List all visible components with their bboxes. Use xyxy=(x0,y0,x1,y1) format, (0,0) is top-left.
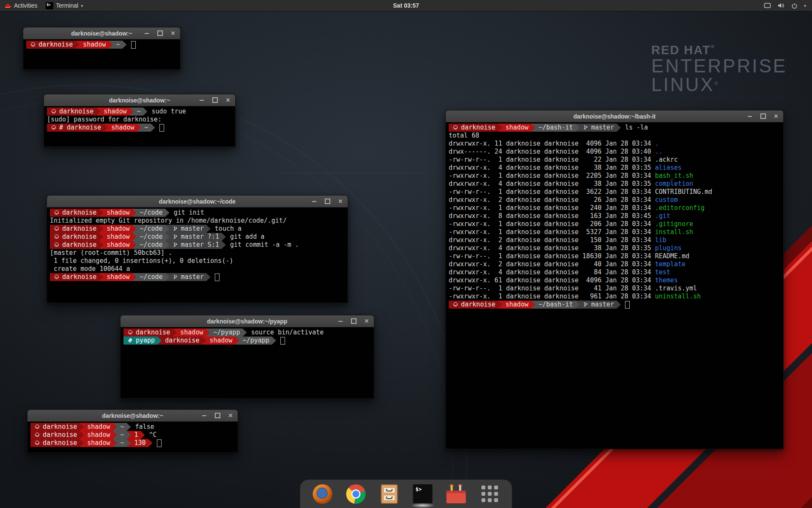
file-row: -rwxrwxr-x. 1 darknoise darknoise 206 Ja… xyxy=(449,220,783,228)
titlebar[interactable]: darknoise@shadow:~ ✕ xyxy=(27,410,238,422)
file-name: .git xyxy=(655,212,670,220)
branch-icon xyxy=(173,273,178,281)
prompt-segment-user: darknoise xyxy=(449,301,502,309)
prompt-segment-user: darknoise xyxy=(449,124,502,132)
prompt-segment-user: darknoise xyxy=(50,225,103,233)
maximize-button[interactable] xyxy=(324,199,330,204)
dock-item-files[interactable] xyxy=(379,483,400,505)
minimize-button[interactable] xyxy=(201,413,207,419)
minimize-button[interactable] xyxy=(199,97,205,103)
prompt-segment-text: ~/bash-it xyxy=(538,124,573,131)
command-text: git add a xyxy=(230,233,264,241)
command-text: false xyxy=(135,423,154,431)
dock-item-app-grid[interactable] xyxy=(479,483,500,505)
prompt-segment-text: 1 xyxy=(134,431,138,439)
file-attributes: -rwxrwxr-x. 1 darknoise darknoise 961 Ja… xyxy=(449,293,655,301)
dock-item-terminal[interactable]: $> xyxy=(412,483,433,505)
redhat-logo-icon xyxy=(4,2,11,9)
prompt-segment-text: shadow xyxy=(107,241,129,248)
file-attributes: drwxrwxr-x. 11 darknoise darknoise 4096 … xyxy=(449,140,655,148)
maximize-button[interactable] xyxy=(212,97,218,103)
terminal-content[interactable]: darknoiseshadow~/pyappsource bin/activat… xyxy=(121,327,374,398)
prompt-segment-text: darknoise xyxy=(136,329,170,336)
power-icon[interactable] xyxy=(791,3,798,9)
dock-item-chrome[interactable] xyxy=(346,483,367,505)
redhat-icon xyxy=(30,41,36,49)
volume-icon[interactable] xyxy=(777,3,785,8)
command-text: ls -la xyxy=(625,124,648,132)
close-button[interactable]: ✕ xyxy=(364,318,370,324)
minimize-button[interactable] xyxy=(311,199,317,204)
window-title: darknoise@shadow:~ xyxy=(102,412,163,419)
screen-icon[interactable] xyxy=(764,3,771,8)
maximize-button[interactable] xyxy=(760,113,766,119)
titlebar[interactable]: darknoise@shadow:~/code ✕ xyxy=(47,196,348,207)
terminal-content[interactable]: darknoiseshadow~/bash-itmasterls -latota… xyxy=(446,122,783,449)
prompt-line: darknoiseshadow~sudo true xyxy=(47,108,235,116)
maximize-button[interactable] xyxy=(157,30,163,36)
maximize-button[interactable] xyxy=(214,413,220,419)
file-attributes: drwx------. 24 darknoise darknoise 4096 … xyxy=(449,148,655,156)
prompt-segment-text: master xyxy=(591,124,614,131)
file-attributes: drwxrwxr-x. 4 darknoise darknoise 38 Jan… xyxy=(449,180,655,188)
file-name: custom xyxy=(655,196,678,204)
dock-item-toolbox[interactable] xyxy=(446,483,467,505)
terminal-content[interactable]: darknoiseshadow~sudo true[sudo] password… xyxy=(44,106,235,146)
chevron-down-icon[interactable]: ▾ xyxy=(804,3,806,8)
terminal-app-icon: $> xyxy=(46,2,53,9)
prompt-segment-user: darknoise xyxy=(26,41,80,49)
desktop: { "topbar": { "activities_label": "Activ… xyxy=(0,0,812,508)
minimize-button[interactable] xyxy=(337,318,343,324)
app-menu[interactable]: $> Terminal ▾ xyxy=(41,0,87,11)
titlebar[interactable]: darknoise@shadow:~/pyapp ✕ xyxy=(121,315,374,327)
file-name: plugins xyxy=(655,244,682,252)
file-name: install.sh xyxy=(655,228,693,236)
minimize-button[interactable] xyxy=(747,113,753,119)
command-text: sudo true xyxy=(152,108,186,116)
terminal-content[interactable]: darknoiseshadow~/codegit initInitialized… xyxy=(47,207,348,303)
output-text: create mode 100644 a xyxy=(50,265,130,273)
titlebar[interactable]: darknoise@shadow:~ ✕ xyxy=(44,94,235,106)
branch-icon xyxy=(583,301,588,309)
file-attributes: drwxrwxr-x. 8 darknoise darknoise 163 Ja… xyxy=(449,212,655,220)
terminal-cursor xyxy=(625,301,630,309)
close-button[interactable]: ✕ xyxy=(773,113,779,119)
terminal-window: darknoise@shadow:~/pyapp ✕ darknoiseshad… xyxy=(120,315,374,399)
file-name: test xyxy=(655,268,670,276)
file-name: lib xyxy=(655,236,667,244)
close-button[interactable]: ✕ xyxy=(225,97,231,103)
prompt-segment-text: shadow xyxy=(107,209,129,216)
activities-label: Activities xyxy=(14,2,37,9)
window-title: darknoise@shadow:~ xyxy=(109,97,170,104)
terminal-content[interactable]: darknoiseshadow~falsedarknoiseshadow~1^C… xyxy=(27,422,238,453)
titlebar[interactable]: darknoise@shadow:~/bash-it ✕ xyxy=(446,110,783,122)
clock[interactable]: Sat 03:57 xyxy=(393,2,419,9)
output-line: [master (root-commit) 50bcb63] . xyxy=(50,249,348,257)
close-button[interactable]: ✕ xyxy=(337,199,343,204)
file-attributes: drwxrwxr-x. 2 darknoise darknoise 40 Jan… xyxy=(449,260,655,268)
dock-item-firefox[interactable] xyxy=(312,483,333,505)
prompt-line: darknoiseshadow~/codemaster ?:1git add a xyxy=(50,233,348,241)
terminal-window: darknoise@shadow:~ ✕ darknoiseshadow~ xyxy=(23,27,181,70)
prompt-segment-path: ~/code xyxy=(132,225,169,233)
titlebar[interactable]: darknoise@shadow:~ ✕ xyxy=(23,28,180,39)
rhel-watermark-enterprise: ENTERPRISE xyxy=(651,57,787,76)
prompt-segment-text: ~/code xyxy=(140,225,162,232)
file-name: .. xyxy=(655,148,663,156)
terminal-content[interactable]: darknoiseshadow~ xyxy=(23,39,180,69)
output-line: 1 file changed, 0 insertions(+), 0 delet… xyxy=(50,257,348,265)
prompt-segment-user: darknoise xyxy=(157,337,206,345)
close-button[interactable]: ✕ xyxy=(170,30,176,36)
prompt-segment-host: shadow xyxy=(80,423,117,431)
maximize-button[interactable] xyxy=(351,318,357,324)
activities-button[interactable]: Activities xyxy=(0,0,41,11)
prompt-segment-text: ~/code xyxy=(140,209,162,216)
prompt-segment-path: ~/code xyxy=(132,241,169,249)
output-line: total 68 xyxy=(449,132,783,140)
redhat-icon xyxy=(54,273,59,281)
close-button[interactable]: ✕ xyxy=(228,413,233,419)
file-attributes: drwxrwxr-x. 2 darknoise darknoise 150 Ja… xyxy=(449,236,655,244)
file-row: drwxrwxr-x. 2 darknoise darknoise 40 Jan… xyxy=(449,260,783,268)
file-attributes: -rw-rw-r--. 1 darknoise darknoise 18630 … xyxy=(449,252,655,260)
minimize-button[interactable] xyxy=(144,30,150,36)
